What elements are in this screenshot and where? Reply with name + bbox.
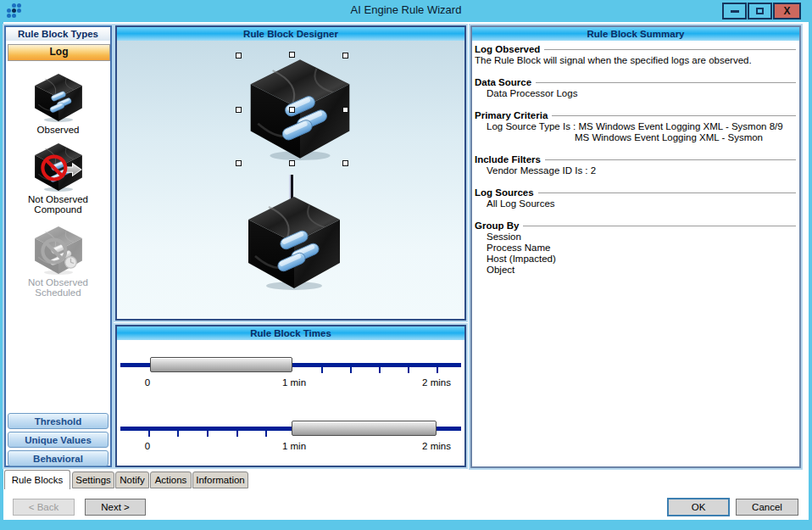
summary-section-group-by: Group By Session Process Name Host (Impa…: [475, 220, 797, 276]
ok-button[interactable]: OK: [668, 499, 729, 516]
tab-notify[interactable]: Notify: [115, 471, 149, 488]
minimize-button[interactable]: [722, 3, 747, 20]
summary-section-log-sources: Log Sources All Log Sources: [475, 187, 797, 209]
summary-line: All Log Sources: [475, 198, 797, 209]
selection-handle[interactable]: [342, 53, 348, 59]
observed-cube-icon: [32, 73, 85, 122]
slider-1-label-2mins: 2 mins: [411, 377, 462, 388]
section-divider: [536, 82, 796, 86]
selection-handle[interactable]: [236, 53, 242, 59]
type-button-behavioral[interactable]: Behavioral: [8, 450, 108, 466]
summary-line: Data Processor Logs: [475, 88, 797, 99]
section-divider: [545, 159, 796, 163]
section-divider: [544, 49, 796, 53]
close-icon: X: [783, 6, 790, 16]
tab-information[interactable]: Information: [192, 471, 248, 488]
slider-2-label-2mins: 2 mins: [411, 441, 462, 451]
selection-handle[interactable]: [289, 107, 295, 113]
summary-section-primary-criteria: Primary Criteria Log Source Type Is : MS…: [475, 110, 797, 143]
not-observed-compound-cube-icon: [32, 142, 85, 192]
selection-handle[interactable]: [342, 107, 348, 113]
selection-handle[interactable]: [342, 160, 348, 166]
rule-block-item-not-observed-compound[interactable]: Not ObservedCompound: [6, 142, 110, 215]
summary-section-log-observed: Log Observed The Rule Block will signal …: [475, 44, 797, 66]
selection-handle[interactable]: [289, 52, 295, 58]
summary-line: Object: [475, 265, 797, 276]
item-label: Not ObservedCompound: [6, 194, 110, 215]
rule-block-types-header: Rule Block Types: [6, 27, 110, 41]
type-button-unique-values[interactable]: Unique Values: [8, 432, 108, 448]
rule-block-times-panel: Rule Block Times 0 1 min 2 mins 0 1 min …: [115, 325, 466, 467]
slider-tick: [207, 428, 209, 437]
rule-block-times-header: Rule Block Times: [117, 326, 464, 340]
titlebar[interactable]: AI Engine Rule Wizard X: [0, 0, 812, 22]
item-label: Not ObservedScheduled: [6, 277, 110, 298]
dialog-content: Rule Block Types Log Observed Not Observ…: [3, 22, 809, 520]
section-divider: [523, 226, 796, 229]
slider-2-label-0: 0: [139, 441, 156, 451]
rule-block-summary-panel: Rule Block Summary Log Observed The Rule…: [470, 25, 801, 468]
slider-1-label-0: 0: [139, 377, 156, 388]
maximize-button[interactable]: [748, 3, 772, 20]
back-button[interactable]: < Back: [13, 499, 75, 516]
slider-tick: [408, 365, 409, 373]
summary-section-include-filters: Include Filters Vendor Message ID Is : 2: [475, 154, 797, 176]
tab-settings[interactable]: Settings: [72, 471, 114, 488]
rule-block-cube-2[interactable]: [243, 195, 345, 290]
summary-line: Log Source Type Is : MS Windows Event Lo…: [475, 121, 797, 132]
slider-tick: [148, 428, 150, 437]
time-slider-2-bar[interactable]: [292, 421, 437, 436]
section-title: Include Filters: [475, 154, 541, 165]
summary-line: Host (Impacted): [475, 254, 797, 265]
slider-tick: [265, 428, 267, 437]
maximize-icon: [756, 8, 764, 14]
next-button[interactable]: Next >: [85, 499, 146, 516]
minimize-icon: [731, 10, 739, 13]
designer-canvas[interactable]: [117, 41, 464, 319]
summary-section-data-source: Data Source Data Processor Logs: [475, 77, 797, 99]
section-title: Log Observed: [475, 44, 540, 55]
section-divider: [538, 192, 796, 196]
rule-block-types-panel: Rule Block Types Log Observed Not Observ…: [4, 25, 112, 467]
summary-line: Process Name: [475, 243, 797, 254]
summary-line: Vendor Message ID Is : 2: [475, 165, 797, 176]
selection-handle[interactable]: [236, 107, 242, 113]
rule-block-item-not-observed-scheduled: Not ObservedScheduled: [6, 226, 110, 298]
rule-block-designer-panel: Rule Block Designer: [115, 25, 466, 321]
summary-line: MS Windows Event Logging XML - Sysmon: [475, 132, 797, 143]
window-title: AI Engine Rule Wizard: [0, 3, 812, 16]
type-button-threshold[interactable]: Threshold: [8, 413, 108, 429]
slider-tick: [177, 428, 179, 437]
rule-block-designer-header: Rule Block Designer: [117, 27, 464, 41]
selection-handle[interactable]: [236, 160, 242, 166]
time-slider-1-bar[interactable]: [150, 357, 292, 372]
summary-line: Session: [475, 232, 797, 243]
tab-actions[interactable]: Actions: [150, 471, 192, 488]
rule-block-summary-header: Rule Block Summary: [472, 27, 799, 41]
section-divider: [552, 115, 796, 119]
close-button[interactable]: X: [773, 3, 801, 20]
not-observed-scheduled-cube-icon: [6, 226, 110, 275]
slider-tick: [321, 365, 323, 373]
slider-2-label-1min: 1 min: [273, 441, 315, 451]
ai-engine-rule-wizard-window: AI Engine Rule Wizard X Rule Block Types…: [0, 0, 812, 530]
summary-line: The Rule Block will signal when the spec…: [475, 55, 797, 66]
rule-block-item-observed[interactable]: Observed: [6, 73, 110, 135]
rule-block-cube-1[interactable]: [245, 58, 355, 160]
slider-tick: [350, 365, 352, 373]
slider-tick: [437, 365, 438, 373]
section-title: Primary Criteria: [475, 110, 548, 121]
type-button-log[interactable]: Log: [8, 44, 110, 61]
cancel-button[interactable]: Cancel: [736, 499, 798, 516]
section-title: Log Sources: [475, 187, 534, 198]
section-title: Group By: [475, 220, 519, 232]
item-label: Observed: [6, 125, 110, 135]
summary-body: Log Observed The Rule Block will signal …: [472, 41, 799, 466]
slider-tick: [379, 365, 381, 373]
slider-1-label-1min: 1 min: [273, 377, 315, 388]
section-title: Data Source: [475, 77, 531, 88]
tab-rule-blocks[interactable]: Rule Blocks: [4, 470, 70, 489]
slider-tick: [236, 428, 238, 437]
selection-handle[interactable]: [289, 160, 295, 166]
